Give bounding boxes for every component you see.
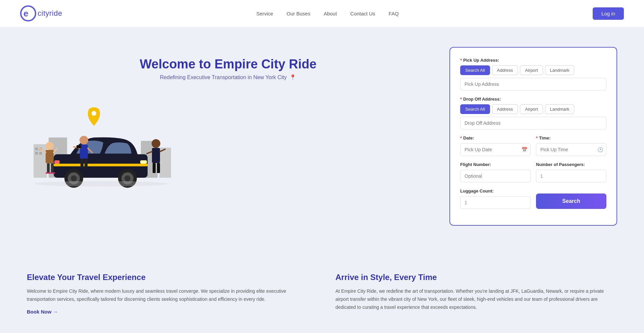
date-label: * Date: xyxy=(460,135,531,141)
search-button[interactable]: Search xyxy=(536,193,606,209)
pickup-tab-address[interactable]: Address xyxy=(492,65,518,75)
pin-icon: 📍 xyxy=(289,74,296,80)
luggage-col: Luggage Count: xyxy=(460,188,531,209)
booking-form-container: * Pick Up Address: Search All Address Ai… xyxy=(449,47,617,226)
lower-right: Arrive in Style, Every Time At Empire Ci… xyxy=(335,273,617,317)
nav-faq[interactable]: FAQ xyxy=(389,11,399,16)
pickup-tabs: Search All Address Airport Landmark xyxy=(460,65,606,75)
svg-rect-6 xyxy=(39,152,42,155)
nav-buses[interactable]: Our Buses xyxy=(286,11,310,16)
dropoff-tabs: Search All Address Airport Landmark xyxy=(460,104,606,114)
time-col: * Time: 🕐 xyxy=(536,135,606,156)
logo[interactable]: e cityride xyxy=(20,5,62,21)
dropoff-address-input[interactable] xyxy=(460,117,606,129)
login-button[interactable]: Log in xyxy=(593,7,624,20)
svg-rect-21 xyxy=(54,160,60,164)
lower-section: Elevate Your Travel Experience Welcome t… xyxy=(0,253,644,333)
passengers-label: Number of Passengers: xyxy=(536,162,606,167)
time-label: * Time: xyxy=(536,135,606,141)
clock-icon: 🕐 xyxy=(597,147,603,152)
pickup-label: * Pick Up Address: xyxy=(460,58,606,63)
svg-point-16 xyxy=(71,175,77,181)
main-nav: Service Our Buses About Contact Us FAQ xyxy=(256,11,398,16)
flight-label: Flight Number: xyxy=(460,162,531,167)
svg-rect-33 xyxy=(76,145,81,148)
hero-title: Welcome to Empire City Ride xyxy=(27,57,429,71)
svg-rect-27 xyxy=(51,163,54,173)
hero-subtitle: Redefining Executive Transportation in N… xyxy=(27,74,429,80)
svg-rect-26 xyxy=(47,163,50,173)
flight-col: Flight Number: xyxy=(460,162,531,182)
flight-passengers-row: Flight Number: Number of Passengers: xyxy=(460,162,606,182)
svg-rect-20 xyxy=(140,160,147,164)
svg-rect-9 xyxy=(159,148,171,178)
lower-left: Elevate Your Travel Experience Welcome t… xyxy=(27,273,309,317)
luggage-search-row: Luggage Count: Search xyxy=(460,188,606,209)
svg-rect-28 xyxy=(46,172,50,174)
svg-rect-42 xyxy=(157,163,160,173)
dropoff-tab-landmark[interactable]: Landmark xyxy=(545,104,575,114)
dropoff-label: * Drop Off Address: xyxy=(460,97,606,102)
luggage-label: Luggage Count: xyxy=(460,188,531,193)
svg-rect-5 xyxy=(35,152,38,155)
svg-point-22 xyxy=(46,142,54,150)
dropoff-tab-address[interactable]: Address xyxy=(492,104,518,114)
svg-point-30 xyxy=(79,136,88,145)
nav-about[interactable]: About xyxy=(324,11,337,16)
date-col: * Date: 📅 xyxy=(460,135,531,156)
elevate-title: Elevate Your Travel Experience xyxy=(27,273,309,282)
dropoff-tab-search-all[interactable]: Search All xyxy=(460,104,490,114)
calendar-icon: 📅 xyxy=(522,147,527,152)
svg-rect-41 xyxy=(153,163,156,173)
nav-contact[interactable]: Contact Us xyxy=(350,11,375,16)
svg-point-43 xyxy=(34,181,168,186)
date-input[interactable] xyxy=(460,143,531,156)
luggage-input[interactable] xyxy=(460,196,531,209)
time-input[interactable] xyxy=(536,143,606,156)
date-time-row: * Date: 📅 * Time: 🕐 xyxy=(460,135,606,156)
svg-point-11 xyxy=(92,111,96,116)
pickup-tab-landmark[interactable]: Landmark xyxy=(545,65,575,75)
svg-rect-23 xyxy=(46,150,54,163)
pickup-tab-airport[interactable]: Airport xyxy=(520,65,543,75)
svg-rect-35 xyxy=(80,159,84,168)
logo-text: cityride xyxy=(38,9,62,18)
svg-point-37 xyxy=(152,139,160,148)
svg-rect-38 xyxy=(152,148,160,163)
dropoff-tab-airport[interactable]: Airport xyxy=(520,104,543,114)
svg-rect-29 xyxy=(50,172,55,174)
hero-section: Welcome to Empire City Ride Redefining E… xyxy=(0,27,644,253)
elevate-body: Welcome to Empire City Ride, where moder… xyxy=(27,287,309,303)
search-col: Search xyxy=(536,188,606,209)
pickup-address-input[interactable] xyxy=(460,78,606,91)
time-input-wrapper: 🕐 xyxy=(536,143,606,156)
arrive-body: At Empire City Ride, we redefine the art… xyxy=(335,287,617,311)
hero-illustration xyxy=(27,91,174,188)
nav-service[interactable]: Service xyxy=(256,11,273,16)
logo-icon: e xyxy=(20,5,36,21)
hero-left: Welcome to Empire City Ride Redefining E… xyxy=(27,47,429,188)
pickup-tab-search-all[interactable]: Search All xyxy=(460,65,490,75)
car-illustration xyxy=(27,91,174,188)
booking-card: * Pick Up Address: Search All Address Ai… xyxy=(449,47,617,226)
svg-rect-13 xyxy=(54,164,148,166)
book-now-link[interactable]: Book Now → xyxy=(27,309,58,315)
svg-point-19 xyxy=(124,175,130,181)
svg-rect-36 xyxy=(85,159,88,168)
passengers-col: Number of Passengers: xyxy=(536,162,606,182)
svg-text:e: e xyxy=(23,8,28,18)
passengers-input[interactable] xyxy=(536,170,606,182)
svg-rect-3 xyxy=(35,148,38,150)
arrive-title: Arrive in Style, Every Time xyxy=(335,273,617,282)
date-input-wrapper: 📅 xyxy=(460,143,531,156)
flight-input[interactable] xyxy=(460,170,531,182)
pickup-row: * Pick Up Address: Search All Address Ai… xyxy=(460,58,606,91)
dropoff-row: * Drop Off Address: Search All Address A… xyxy=(460,97,606,129)
